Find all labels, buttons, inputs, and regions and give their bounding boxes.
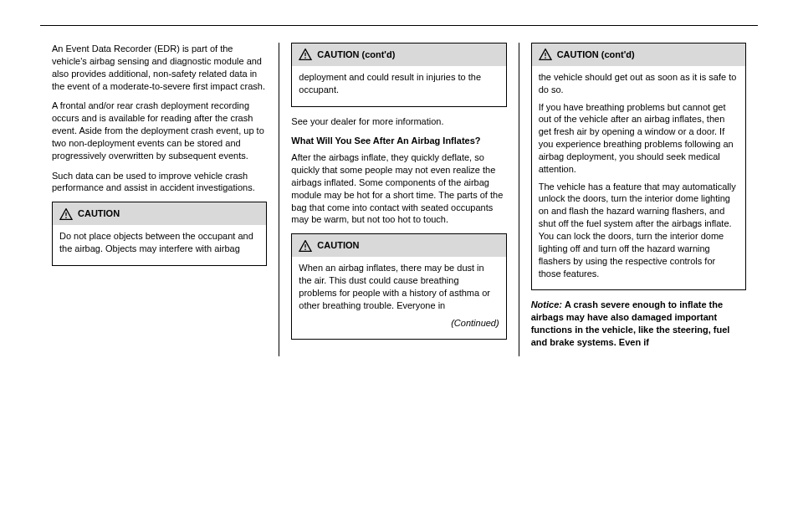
- caution-box-2: CAUTION When an airbag inflates, there m…: [291, 233, 506, 340]
- svg-point-1: [65, 217, 67, 218]
- caution-label: CAUTION: [78, 207, 120, 220]
- caution-box-1-cont-body: deployment and could result in injuries …: [292, 66, 505, 106]
- caution-box-2-body: When an airbag inflates, there may be du…: [292, 257, 505, 339]
- caution-box-2-cont: CAUTION (cont'd) the vehicle should get …: [531, 43, 746, 290]
- caution-box-1-cont-text: deployment and could result in injuries …: [299, 71, 499, 96]
- svg-point-3: [305, 58, 307, 59]
- notice-paragraph: Notice: A crash severe enough to inflate…: [531, 299, 746, 348]
- column-3: CAUTION (cont'd) the vehicle should get …: [519, 43, 758, 356]
- warning-triangle-icon: [539, 49, 552, 60]
- caution-label-2-contd: CAUTION (cont'd): [557, 49, 635, 61]
- caution-box-2-cont-p1: the vehicle should get out as soon as it…: [539, 71, 739, 96]
- caution-box-2-cont-body: the vehicle should get out as soon as it…: [532, 66, 745, 290]
- caution-label-2: CAUTION: [317, 239, 359, 252]
- warning-triangle-icon: [299, 49, 312, 60]
- caution-box-2-cont-p3: The vehicle has a feature that may autom…: [539, 181, 739, 280]
- col1-paragraph-1: An Event Data Recorder (EDR) is part of …: [52, 43, 267, 92]
- caution-box-2-head: CAUTION: [292, 234, 505, 257]
- col2-subheading: What Will You See After An Airbag Inflat…: [291, 135, 506, 147]
- warning-triangle-icon: [299, 240, 312, 252]
- column-2: CAUTION (cont'd) deployment and could re…: [279, 43, 518, 356]
- caution-box-1: CAUTION Do not place objects between the…: [52, 202, 267, 266]
- warning-triangle-icon: [59, 208, 73, 220]
- caution-box-2-cont-p2: If you have breathing problems but canno…: [539, 101, 739, 176]
- caution-box-1-head: CAUTION: [53, 202, 266, 225]
- caution-label-contd: CAUTION (cont'd): [317, 49, 395, 61]
- col1-paragraph-3: Such data can be used to improve vehicle…: [52, 170, 267, 195]
- caution-box-2-p1: When an airbag inflates, there may be du…: [299, 262, 499, 311]
- content-columns: An Event Data Recorder (EDR) is part of …: [40, 43, 758, 356]
- caution-box-1-text: Do not place objects between the occupan…: [59, 230, 259, 255]
- caution-box-2-cont-head: CAUTION (cont'd): [532, 43, 745, 66]
- continued-label: (Continued): [299, 317, 499, 330]
- column-1: An Event Data Recorder (EDR) is part of …: [40, 43, 279, 356]
- col2-paragraph-1: See your dealer for more information.: [291, 115, 506, 128]
- col1-paragraph-2: A frontal and/or rear crash deployment r…: [52, 100, 267, 161]
- caution-box-1-body: Do not place objects between the occupan…: [53, 225, 266, 265]
- svg-point-7: [545, 58, 546, 59]
- notice-label: Notice:: [531, 299, 562, 309]
- header-rule: [40, 25, 758, 26]
- col2-paragraph-2: After the airbags inflate, they quickly …: [291, 151, 506, 226]
- caution-box-1-cont-head: CAUTION (cont'd): [292, 43, 505, 66]
- svg-point-5: [305, 248, 307, 250]
- caution-box-1-cont: CAUTION (cont'd) deployment and could re…: [291, 43, 506, 107]
